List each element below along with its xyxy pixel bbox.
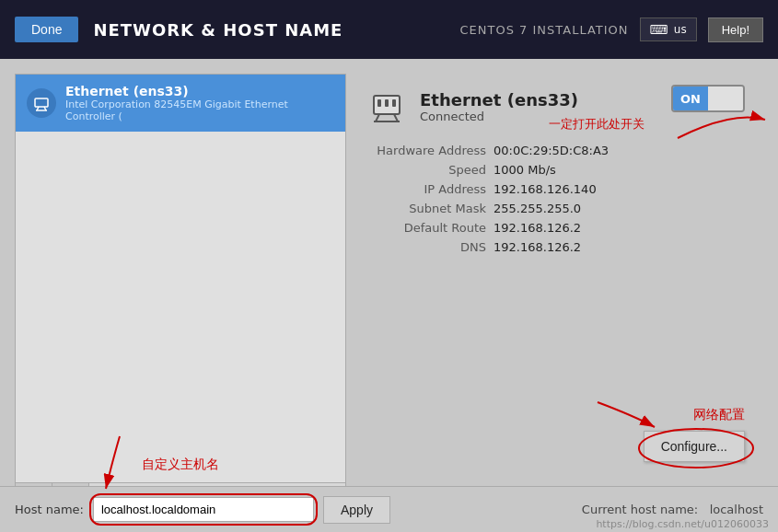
route-label: Default Route [365, 221, 494, 235]
detail-name-status: Ethernet (ens33) Connected [420, 90, 578, 123]
apply-button[interactable]: Apply [323, 496, 390, 524]
host-name-input[interactable] [93, 497, 314, 522]
detail-title-area: Ethernet (ens33) Connected [365, 85, 578, 129]
toggle-on[interactable]: ON [673, 87, 708, 110]
detail-fields: Hardware Address 00:0C:29:5D:C8:A3 Speed… [365, 144, 745, 254]
ip-value: 192.168.126.140 [494, 182, 597, 196]
ethernet-toggle[interactable]: ON [671, 85, 745, 112]
svg-rect-9 [385, 99, 389, 107]
header: Done NETWORK & HOST NAME CENTOS 7 INSTAL… [0, 0, 778, 59]
ip-label: IP Address [365, 182, 494, 196]
network-item-desc: Intel Corporation 82545EM Gigabit Ethern… [65, 98, 334, 122]
speed-label: Speed [365, 163, 494, 177]
network-item-info: Ethernet (ens33) Intel Corporation 82545… [65, 84, 334, 122]
host-name-label: Host name: [15, 503, 84, 516]
custom-host-annotation: 自定义主机名 [16, 447, 345, 482]
dns-row: DNS 192.168.126.2 [365, 240, 745, 254]
network-list-panel: Ethernet (ens33) Intel Corporation 82545… [15, 74, 346, 517]
network-detail-panel: Ethernet (ens33) Connected ON 一定打开此处开关 [346, 74, 763, 517]
network-item-name: Ethernet (ens33) [65, 84, 334, 98]
subnet-value: 255.255.255.0 [494, 202, 581, 215]
help-button[interactable]: Help! [708, 17, 763, 42]
arrow-to-configure [588, 398, 662, 434]
content-area: Ethernet (ens33) Intel Corporation 82545… [15, 74, 763, 517]
keyboard-layout: us [674, 23, 687, 36]
main-content: Ethernet (ens33) Intel Corporation 82545… [0, 59, 778, 532]
hardware-address-row: Hardware Address 00:0C:29:5D:C8:A3 [365, 144, 745, 157]
svg-rect-10 [392, 99, 396, 107]
subnet-row: Subnet Mask 255.255.255.0 [365, 202, 745, 215]
done-button[interactable]: Done [15, 17, 78, 42]
svg-rect-0 [35, 98, 48, 107]
speed-row: Speed 1000 Mb/s [365, 163, 745, 177]
ip-row: IP Address 192.168.126.140 [365, 182, 745, 196]
ethernet-icon [365, 85, 409, 129]
keyboard-icon: ⌨ [650, 22, 668, 37]
svg-line-6 [394, 114, 398, 121]
detail-connection-status: Connected [420, 110, 578, 123]
toggle-container: ON [671, 85, 745, 112]
current-host-display: Current host name: localhost [582, 503, 763, 516]
header-right: CENTOS 7 INSTALLATION ⌨ us Help! [460, 17, 763, 42]
network-config-annotation: 网络配置 [693, 407, 745, 423]
configure-area: 网络配置 Configure... [644, 407, 745, 462]
host-name-input-wrapper [93, 497, 314, 522]
hardware-address-label: Hardware Address [365, 144, 494, 157]
bottom-bar: Host name: Apply Current host name: loca… [0, 486, 778, 532]
header-left: Done NETWORK & HOST NAME [15, 17, 343, 42]
network-item-icon [27, 88, 56, 118]
centos-title: CENTOS 7 INSTALLATION [460, 23, 629, 37]
route-row: Default Route 192.168.126.2 [365, 221, 745, 235]
keyboard-indicator[interactable]: ⌨ us [640, 17, 697, 41]
subnet-label: Subnet Mask [365, 202, 494, 215]
current-host-label: Current host name: [582, 503, 698, 516]
dns-label: DNS [365, 240, 494, 254]
svg-rect-8 [377, 99, 381, 107]
configure-button[interactable]: Configure... [644, 431, 745, 462]
network-list-item[interactable]: Ethernet (ens33) Intel Corporation 82545… [16, 75, 345, 132]
page-title: NETWORK & HOST NAME [93, 20, 343, 40]
route-value: 192.168.126.2 [494, 221, 581, 235]
detail-header: Ethernet (ens33) Connected ON [365, 85, 745, 129]
detail-ethernet-name: Ethernet (ens33) [420, 90, 578, 110]
toggle-off[interactable] [708, 87, 743, 110]
current-host-value: localhost [710, 503, 763, 516]
dns-value: 192.168.126.2 [494, 240, 581, 254]
speed-value: 1000 Mb/s [494, 163, 556, 177]
svg-line-5 [376, 114, 379, 121]
configure-button-wrapper: Configure... [644, 431, 745, 462]
network-list-spacer [16, 132, 345, 447]
hardware-address-value: 00:0C:29:5D:C8:A3 [494, 144, 609, 157]
